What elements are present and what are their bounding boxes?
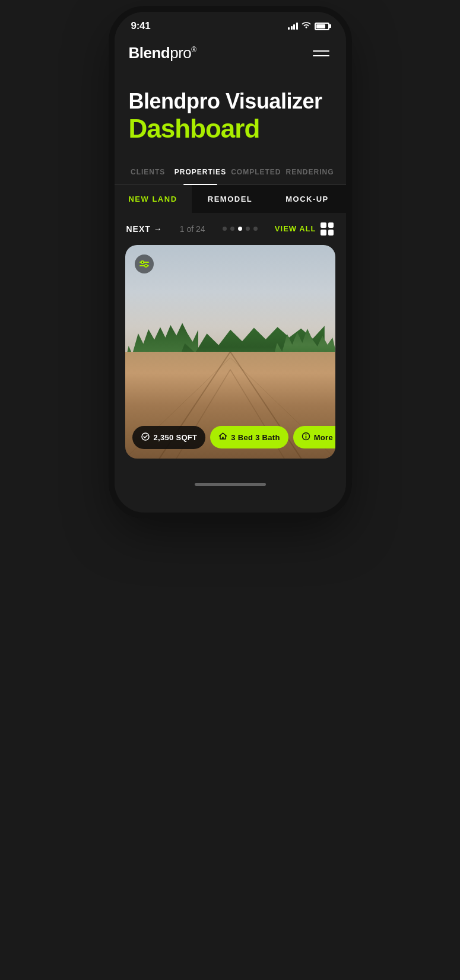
filter-icon-overlay[interactable] xyxy=(135,254,154,276)
nav-tabs: CLIENTS PROPERTIES COMPLETED RENDERING xyxy=(115,160,346,185)
svg-point-10 xyxy=(145,265,147,267)
view-all-label: VIEW ALL xyxy=(275,224,316,233)
subtab-new-land[interactable]: NEW LAND xyxy=(115,185,192,213)
signal-icon xyxy=(288,23,298,30)
dot-3 xyxy=(238,227,242,231)
hero-title-line2: Dashboard xyxy=(129,114,332,143)
app-logo: Blendpro® xyxy=(129,44,196,62)
more-info-badge[interactable]: More Info xyxy=(293,426,335,448)
status-time: 9:41 xyxy=(131,20,151,32)
dot-1 xyxy=(223,227,227,231)
hero-section: Blendpro Visualizer Dashboard xyxy=(115,72,346,160)
menu-button[interactable] xyxy=(310,48,332,59)
sub-tabs: NEW LAND REMODEL MOCK-UP xyxy=(115,185,346,213)
battery-icon xyxy=(315,23,329,30)
wifi-icon xyxy=(302,22,311,31)
status-icons xyxy=(288,22,329,31)
logo-reg: ® xyxy=(191,46,196,54)
next-button[interactable]: NEXT → xyxy=(126,224,163,234)
sqft-icon xyxy=(141,432,150,443)
grid-view-icon xyxy=(321,222,334,236)
property-image: 2,350 SQFT 3 Bed 3 Bath xyxy=(125,245,335,459)
home-bar xyxy=(195,483,266,486)
tab-rendering[interactable]: RENDERING xyxy=(283,160,336,184)
view-all-button[interactable]: VIEW ALL xyxy=(275,222,334,236)
home-indicator xyxy=(115,470,346,493)
app-header: Blendpro® xyxy=(115,37,346,72)
filter-icon xyxy=(135,254,154,273)
logo-blend: Blend xyxy=(129,44,170,62)
svg-point-9 xyxy=(141,261,144,263)
svg-rect-6 xyxy=(135,254,154,273)
beds-badge[interactable]: 3 Bed 3 Bath xyxy=(210,426,288,448)
svg-point-13 xyxy=(305,434,306,435)
page-indicator: 1 of 24 xyxy=(180,224,205,234)
hero-title-line1: Blendpro Visualizer xyxy=(129,90,332,113)
dot-2 xyxy=(230,227,234,231)
property-card: 2,350 SQFT 3 Bed 3 Bath xyxy=(125,245,335,459)
dot-4 xyxy=(246,227,250,231)
logo-pro: pro xyxy=(170,44,191,62)
status-bar: 9:41 xyxy=(115,12,346,37)
hamburger-line xyxy=(313,55,329,56)
beds-value: 3 Bed 3 Bath xyxy=(231,433,280,442)
subtab-remodel[interactable]: REMODEL xyxy=(192,185,269,213)
tab-completed[interactable]: COMPLETED xyxy=(229,160,283,184)
card-badges: 2,350 SQFT 3 Bed 3 Bath xyxy=(132,426,328,449)
sqft-badge: 2,350 SQFT xyxy=(132,426,206,449)
home-icon xyxy=(218,432,227,443)
tab-clients[interactable]: CLIENTS xyxy=(124,160,172,184)
phone-frame: 9:41 Blendpro® xyxy=(115,12,346,513)
dot-5 xyxy=(253,227,258,231)
tab-properties[interactable]: PROPERTIES xyxy=(172,160,229,184)
pagination-dots xyxy=(223,227,258,231)
info-icon xyxy=(302,432,310,443)
subtab-mock-up[interactable]: MOCK-UP xyxy=(269,185,346,213)
nav-row: NEXT → 1 of 24 VIEW ALL xyxy=(115,213,346,245)
sqft-value: 2,350 SQFT xyxy=(154,433,198,442)
hamburger-line xyxy=(313,50,329,52)
more-info-label: More Info xyxy=(314,433,335,442)
